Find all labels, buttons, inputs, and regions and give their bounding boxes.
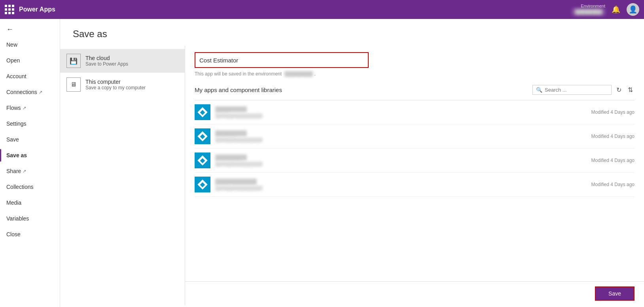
app-row[interactable]: ████ ██ · ███ ████████ Modified 4 Days a… [195, 100, 635, 124]
app-modified: Modified 4 Days ago [591, 158, 635, 163]
nav-right: Environment ████████ 🔔 👤 [572, 3, 639, 16]
app-row[interactable]: ███████ ██ · ███ ████████ Modified 4 Day… [195, 149, 635, 173]
environment-label: Environment [572, 4, 605, 8]
cloud-option-subtitle: Save to Power Apps [85, 61, 128, 67]
sidebar-item-variables[interactable]: Variables [0, 211, 60, 226]
external-link-icon: ↗ [39, 90, 42, 95]
save-option-computer[interactable]: 🖥 This computer Save a copy to my comput… [60, 73, 185, 96]
env-name-blurred: ████████ [284, 71, 313, 77]
app-modified: Modified 4 Days ago [591, 134, 635, 139]
computer-icon: 🖥 [66, 77, 81, 92]
environment-value: ████████ [572, 8, 605, 15]
app-modified: Modified 4 Days ago [591, 182, 635, 187]
app-name: ███████ [215, 154, 247, 160]
app-modified: Modified 4 Days ago [591, 109, 635, 115]
app-row[interactable]: ██████ ██ · ███ ████████ Modified 4 Days… [195, 124, 635, 149]
sidebar-item-save[interactable]: Save [0, 132, 60, 147]
top-nav: Power Apps Environment ████████ 🔔 👤 [0, 0, 644, 19]
user-avatar[interactable]: 👤 [627, 3, 639, 16]
sidebar-item-connections[interactable]: Connections ↗ [0, 84, 60, 100]
main-content: Save as 💾 The cloud Save to Power Apps 🖥… [60, 19, 644, 307]
name-input-wrapper [195, 52, 635, 68]
apps-section-title: My apps and component libraries [195, 87, 282, 93]
refresh-button[interactable]: ↻ [615, 85, 623, 95]
sidebar-item-share[interactable]: Share ↗ [0, 163, 60, 179]
left-panel: 💾 The cloud Save to Power Apps 🖥 This co… [60, 46, 185, 305]
page-title: Save as [60, 19, 644, 46]
sidebar-item-save-as[interactable]: Save as [0, 147, 60, 163]
external-link-icon: ↗ [23, 105, 26, 111]
search-icon: 🔍 [536, 87, 542, 93]
sidebar-item-flows[interactable]: Flows ↗ [0, 100, 60, 116]
apps-section-controls: 🔍 ↻ ⇅ [532, 85, 635, 95]
right-panel: This app will be saved in the environmen… [185, 46, 644, 305]
app-name: ████ [215, 106, 247, 112]
app-icon [195, 177, 210, 192]
app-title: Power Apps [19, 6, 572, 13]
sort-button[interactable]: ⇅ [626, 85, 635, 95]
cloud-icon: 💾 [66, 54, 81, 68]
main-area: 💾 The cloud Save to Power Apps 🖥 This co… [60, 46, 644, 305]
app-meta: ██ · ███ ████████ [215, 186, 263, 190]
sidebar-item-settings[interactable]: Settings [0, 116, 60, 132]
computer-option-subtitle: Save a copy to my computer [85, 85, 146, 90]
app-icon [195, 128, 210, 144]
save-button[interactable]: Save [595, 286, 635, 301]
app-meta: ██ · ███ ████████ [215, 113, 263, 118]
cloud-option-title: The cloud [85, 55, 128, 61]
footer-bar: Save [185, 281, 644, 305]
app-name: ██████ [215, 130, 247, 136]
main-layout: ← New Open Account Connections ↗ Flows ↗… [0, 19, 644, 307]
save-option-cloud[interactable]: 💾 The cloud Save to Power Apps [60, 49, 185, 73]
sidebar: ← New Open Account Connections ↗ Flows ↗… [0, 19, 60, 307]
apps-section-header: My apps and component libraries 🔍 ↻ ⇅ [195, 85, 635, 95]
app-meta: ██ · ███ ████████ [215, 162, 263, 166]
env-info: This app will be saved in the environmen… [195, 71, 635, 77]
app-name: ████ ███████ [215, 179, 257, 185]
computer-option-title: This computer [85, 79, 146, 85]
sidebar-item-account[interactable]: Account [0, 68, 60, 84]
notifications-icon[interactable]: 🔔 [612, 5, 620, 14]
search-input[interactable] [545, 87, 611, 93]
app-list: ████ ██ · ███ ████████ Modified 4 Days a… [195, 100, 635, 197]
sidebar-item-collections[interactable]: Collections [0, 179, 60, 195]
back-button[interactable]: ← [0, 19, 60, 37]
external-link-icon: ↗ [23, 169, 26, 174]
sidebar-item-new[interactable]: New [0, 37, 60, 53]
app-meta: ██ · ███ ████████ [215, 137, 263, 142]
app-icon [195, 153, 210, 168]
sidebar-item-close[interactable]: Close [0, 226, 60, 242]
waffle-menu[interactable] [5, 5, 14, 14]
app-name-input[interactable] [195, 52, 369, 68]
app-icon [195, 104, 210, 120]
search-box: 🔍 [532, 85, 612, 95]
app-row[interactable]: ████ ███████ ██ · ███ ████████ Modified … [195, 173, 635, 197]
sidebar-item-open[interactable]: Open [0, 53, 60, 68]
sidebar-item-media[interactable]: Media [0, 195, 60, 211]
